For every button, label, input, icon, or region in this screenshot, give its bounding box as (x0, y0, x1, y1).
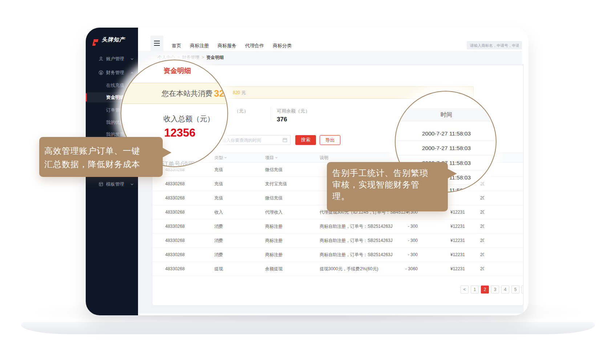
stat-divider (271, 107, 271, 121)
calendar-icon[interactable] (283, 138, 287, 142)
lens-time-header: 时间 (396, 108, 497, 121)
cell-project: 支付宝充值 (265, 177, 287, 191)
nav-item-3[interactable]: 代理合作 (245, 43, 264, 49)
cell-type: 充值 (214, 191, 223, 205)
laptop-mockup: 头牌知产 · · · · · · 账户管理 财务管理 在线充值资金明细订单管理我… (0, 0, 616, 364)
lens-time-value: 2000-7-27 11:58:03 (396, 141, 497, 155)
cell-project: 微信充值 (265, 163, 283, 177)
cell-time: 2000-7-27 11:58:03 (480, 191, 484, 205)
cell-type: 消费 (214, 234, 223, 247)
cell-type: 消费 (214, 219, 223, 233)
cell-time: 2000-7-27 11:58:03 (480, 248, 484, 262)
cell-project: 代理收入 (265, 205, 283, 219)
cell-order: 48330268 (165, 262, 185, 276)
cell-desc: 提现3000元，手续费2%(60元) (320, 262, 378, 276)
table-row: 48330268提现余额提现提现3000元，手续费2%(60元)- 3060¥1… (153, 262, 523, 276)
cell-order: 48330268 (165, 219, 185, 233)
sidebar-item-template[interactable]: 模板管理 (86, 179, 138, 189)
pagination-prev[interactable]: < (461, 286, 469, 294)
lens-consumption-banner: 您在本站共消费 32124 大 (121, 83, 228, 104)
cell-order: 48330268 (165, 191, 185, 205)
cell-time: 2000-7-27 11:58:03 (480, 234, 484, 247)
cell-time: 2000-7-27 11:58:03 (480, 205, 484, 219)
brand-name: 头牌知产 · · · · · · (102, 37, 125, 48)
table-row: 48330268消费商标注册商标自助注册，订单号：SB2514263J- 300… (153, 234, 523, 248)
cell-balance: ¥12231 (425, 248, 465, 262)
trademark-search-input[interactable] (467, 41, 522, 49)
cell-amount: - 3060 (374, 262, 418, 276)
laptop-base (21, 322, 595, 334)
callout-left: 高效管理账户订单、一键 汇总数据，降低财务成本 (39, 137, 163, 177)
pagination: <12345> (153, 286, 523, 294)
cell-type: 充值 (214, 177, 223, 191)
sidebar-item-finance[interactable]: 财务管理 (86, 68, 138, 78)
column-header-project[interactable]: 项目 (265, 153, 278, 163)
chevron-up-icon (130, 71, 134, 74)
cell-type: 提现 (214, 262, 223, 276)
cell-balance: ¥12231 (425, 219, 465, 233)
cell-time: 2000-7-27 11:58:03 (480, 177, 484, 191)
callout-right: 告别手工统计、告别繁琐 审核，实现智能财务管 理。 (327, 162, 448, 211)
template-icon (98, 182, 104, 187)
cell-type: 消费 (214, 248, 223, 262)
cell-project: 余额提现 (265, 262, 283, 276)
cell-order: 48330268 (165, 248, 185, 262)
nav-item-2[interactable]: 商标服务 (218, 43, 236, 49)
nav-item-0[interactable]: 首页 (172, 43, 181, 49)
brand-logo[interactable]: 头牌知产 · · · · · · (91, 37, 125, 48)
nav-item-1[interactable]: 商标注册 (190, 43, 209, 49)
column-header-type[interactable]: 类型 (214, 153, 227, 163)
pagination-page-1[interactable]: 1 (471, 286, 479, 294)
brand-tagline: · · · · · · (102, 43, 125, 48)
cell-balance: ¥12231 (425, 262, 465, 276)
menu-icon[interactable] (150, 36, 163, 51)
cell-amount: - 300 (374, 219, 418, 233)
cell-amount: - 300 (374, 234, 418, 247)
cell-order: 48330268 (165, 205, 185, 219)
lens-time-value: 2000-7-27 11:58:03 (396, 126, 497, 141)
cell-type: 充值 (214, 163, 223, 177)
lens-income-value: 12356 (164, 126, 195, 139)
cell-project: 商标注册 (265, 219, 283, 233)
stat-balance-label: 可用余额（元） (277, 108, 310, 114)
cell-project: 商标注册 (265, 234, 283, 247)
lens-page-title: 资金明细 (163, 66, 191, 76)
pagination-page-2[interactable]: 2 (481, 286, 489, 294)
date-query-input[interactable] (218, 135, 291, 145)
cell-time: 2000-7-27 11:58:03 (480, 219, 484, 233)
pagination-page-3[interactable]: 3 (491, 286, 499, 294)
pagination-page-5[interactable]: 5 (511, 286, 519, 294)
cell-order: 48330268 (165, 177, 185, 191)
pagination-next[interactable]: > (522, 286, 523, 294)
cell-project: 微信充值 (265, 191, 283, 205)
column-header-desc: 说明 (320, 153, 328, 163)
top-nav: 首页商标注册商标服务代理合作商标分类 (172, 43, 292, 49)
export-button[interactable]: 导出 (320, 135, 340, 145)
lens-income-label: 收入总额（元） (163, 114, 214, 124)
sort-chevron-icon[interactable] (275, 156, 278, 159)
sidebar-item-account[interactable]: 账户管理 (86, 54, 138, 64)
callout-right-arrow (448, 169, 457, 178)
cell-amount: - 300 (374, 248, 418, 262)
table-row: 48330268消费商标注册商标自助注册，订单号：SB2514263J- 300… (153, 248, 523, 262)
chevron-down-icon (130, 57, 134, 61)
chevron-down-icon (130, 183, 134, 186)
pagination-page-4[interactable]: 4 (501, 286, 509, 294)
cell-time: 2000-7-27 11:58:03 (480, 262, 484, 276)
nav-item-4[interactable]: 商标分类 (273, 43, 292, 49)
cell-project: 商标注册 (265, 248, 283, 262)
cell-order: 48330268 (165, 234, 185, 247)
breadcrumb: 个人中心>财务管理>资金明细 (138, 51, 522, 64)
table-row: 48330268消费商标注册商标自助注册，订单号：SB2514263J- 300… (153, 219, 523, 234)
sort-chevron-icon[interactable] (224, 156, 227, 159)
callout-left-arrow (163, 148, 171, 157)
stat-expense-label: （元） (234, 108, 248, 114)
stat-balance-value: 376 (277, 116, 287, 123)
brand-logo-icon (91, 38, 100, 47)
finance-icon (98, 70, 104, 75)
search-button[interactable]: 搜索 (295, 135, 316, 145)
cell-balance: ¥12231 (425, 234, 465, 247)
user-icon (98, 56, 104, 61)
cell-type: 收入 (214, 205, 223, 219)
